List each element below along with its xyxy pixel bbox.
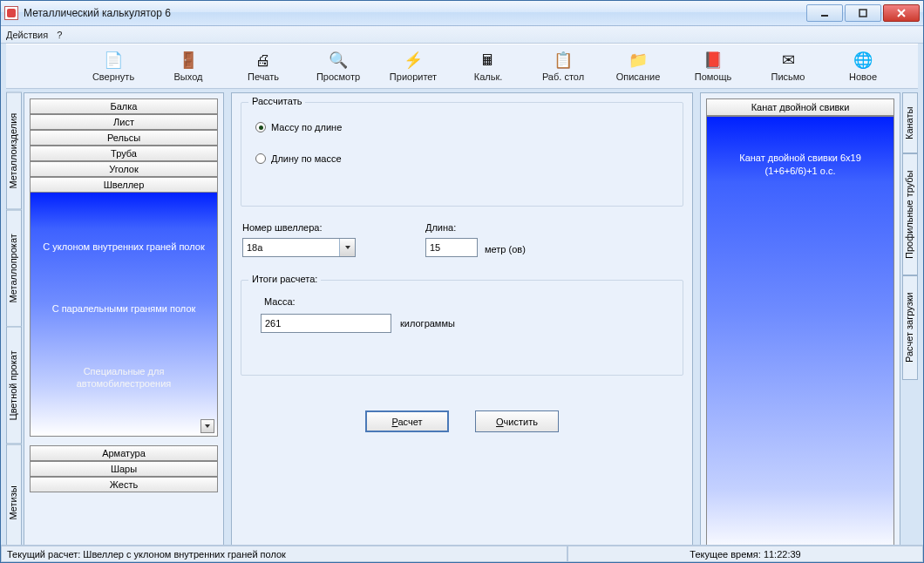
tool-label: Письмо xyxy=(771,71,805,82)
menu-actions[interactable]: Действия xyxy=(6,30,48,40)
category-zhest[interactable]: Жесть xyxy=(30,477,218,492)
window-buttons xyxy=(805,4,920,22)
length-input[interactable]: 15 xyxy=(425,238,478,257)
left-vertical-tabs: Металлоизделия Металлопрокат Цветной про… xyxy=(6,92,22,561)
tool-priority[interactable]: ⚡Приоритет xyxy=(376,45,451,87)
envelope-icon: ✉ xyxy=(778,51,798,70)
svg-rect-0 xyxy=(821,15,828,17)
close-icon xyxy=(896,8,907,18)
select-arrow xyxy=(339,239,355,256)
shveller-number-select[interactable]: 18а xyxy=(242,238,356,257)
status-current-calc: Текущий расчет: Швеллер с уклоном внутре… xyxy=(1,546,567,562)
vtab-ropes[interactable]: Канаты xyxy=(902,92,918,153)
close-button[interactable] xyxy=(883,4,920,22)
tool-label: Печать xyxy=(248,71,279,82)
category-relsy[interactable]: Рельсы xyxy=(30,130,218,146)
bolt-icon: ⚡ xyxy=(404,51,423,70)
tool-exit[interactable]: 🚪Выход xyxy=(151,45,226,87)
svg-rect-1 xyxy=(859,10,866,17)
tool-print[interactable]: 🖨Печать xyxy=(226,45,301,87)
clipboard-icon: 📋 xyxy=(554,51,573,70)
tool-desktop[interactable]: 📋Раб. стол xyxy=(526,45,601,87)
chevron-down-icon xyxy=(344,244,351,251)
shveller-variant-1[interactable]: С уклоном внутренних граней полок xyxy=(36,241,212,253)
mass-label: Масса: xyxy=(264,296,672,307)
tool-label: Приоритет xyxy=(390,71,437,82)
menubar: Действия ? xyxy=(1,26,923,44)
result-group: Итоги расчета: Масса: 261 килограммы xyxy=(241,280,683,376)
statusbar: Текущий расчет: Швеллер с уклоном внутре… xyxy=(1,545,923,562)
rope-header[interactable]: Канат двойной свивки xyxy=(706,98,894,116)
body: Металлоизделия Металлопрокат Цветной про… xyxy=(6,92,918,561)
vtab-load-calc[interactable]: Расчет загрузки xyxy=(902,275,918,380)
rope-line1: Канат двойной свивки 6х19 xyxy=(707,152,893,165)
vtab-metal-rolling[interactable]: Металлопрокат xyxy=(6,210,22,328)
tool-label: Раб. стол xyxy=(542,71,584,82)
folder-icon: 📁 xyxy=(628,51,648,70)
doc-icon: 📄 xyxy=(104,51,123,70)
radio-icon xyxy=(255,122,266,132)
radio-mass-by-length[interactable]: Массу по длине xyxy=(255,122,672,132)
shveller-variant-2[interactable]: С паралельными гранями полок xyxy=(36,302,212,315)
maximize-button[interactable] xyxy=(845,4,881,22)
radio-label: Массу по длине xyxy=(271,122,342,132)
number-field-wrap: Номер швеллера: 18а xyxy=(242,222,356,257)
tool-help[interactable]: 📕Помощь xyxy=(676,45,751,87)
category-armatura[interactable]: Арматура xyxy=(30,445,218,461)
radio-length-by-mass[interactable]: Длину по массе xyxy=(255,153,672,164)
rope-line2: (1+6+6/6)+1 о.с. xyxy=(707,165,893,178)
right-vertical-tabs: Канаты Профильные трубы Расчет загрузки xyxy=(902,92,918,561)
length-value: 15 xyxy=(430,242,440,253)
length-field-wrap: Длина: 15 метр (ов) xyxy=(425,222,526,257)
titlebar[interactable]: Металлический калькулятор 6 xyxy=(1,1,923,26)
magnifier-icon: 🔍 xyxy=(329,51,348,70)
mass-value: 261 xyxy=(265,318,281,329)
calculate-button[interactable]: Расчет xyxy=(365,410,449,432)
shveller-variants[interactable]: С уклоном внутренних граней полок С пара… xyxy=(30,193,218,437)
tool-description[interactable]: 📁Описание xyxy=(601,45,676,87)
category-list[interactable]: Лист xyxy=(30,114,218,130)
number-label: Номер швеллера: xyxy=(242,222,356,233)
tool-label: Свернуть xyxy=(92,71,134,82)
printer-icon: 🖨 xyxy=(254,51,273,70)
minimize-button[interactable] xyxy=(806,4,843,22)
tool-preview[interactable]: 🔍Просмотр xyxy=(301,45,376,87)
category-truba[interactable]: Труба xyxy=(30,146,218,161)
calc-mode-group: Рассчитать Массу по длине Длину по массе xyxy=(241,102,683,207)
minimize-icon xyxy=(819,8,830,18)
category-balka[interactable]: Балка xyxy=(30,98,218,114)
rope-body[interactable]: Канат двойной свивки 6х19 (1+6+6/6)+1 о.… xyxy=(706,116,894,555)
tool-new[interactable]: 🌐Новое xyxy=(825,45,900,87)
calc-mode-legend: Рассчитать xyxy=(248,96,305,106)
category-shary[interactable]: Шары xyxy=(30,461,218,477)
right-panel: Канат двойной свивки Канат двойной свивк… xyxy=(700,92,900,561)
tool-label: Кальк. xyxy=(474,71,503,82)
mass-output[interactable]: 261 xyxy=(261,314,391,333)
tool-letter[interactable]: ✉Письмо xyxy=(751,45,825,87)
action-buttons: Расчет Очистить xyxy=(232,410,692,432)
category-ugolok[interactable]: Уголок xyxy=(30,161,218,177)
shveller-dropdown-button[interactable] xyxy=(200,419,214,433)
book-icon: 📕 xyxy=(703,51,723,70)
vtab-profile-pipes[interactable]: Профильные трубы xyxy=(902,153,918,275)
vtab-metizy[interactable]: Метизы xyxy=(6,444,22,562)
center-panel: Рассчитать Массу по длине Длину по массе… xyxy=(231,92,693,561)
tool-minimize[interactable]: 📄Свернуть xyxy=(76,45,151,87)
tool-label: Новое xyxy=(849,71,877,82)
status-current-time: Текущее время: 11:22:39 xyxy=(567,546,923,562)
radio-icon xyxy=(255,153,266,164)
mass-unit: килограммы xyxy=(400,318,455,329)
chevron-down-icon xyxy=(204,423,211,430)
vtab-metal-products[interactable]: Металлоизделия xyxy=(6,92,22,210)
tool-calc[interactable]: 🖩Кальк. xyxy=(451,45,526,87)
shveller-variant-3[interactable]: Специальные для автомобилестроения xyxy=(36,365,212,390)
category-shveller[interactable]: Швеллер xyxy=(30,177,218,193)
radio-label: Длину по массе xyxy=(271,153,342,164)
result-legend: Итоги расчета: xyxy=(248,274,321,284)
vtab-color-rolling[interactable]: Цветной прокат xyxy=(6,327,22,444)
length-label: Длина: xyxy=(425,222,478,233)
menu-help[interactable]: ? xyxy=(57,30,62,40)
tool-label: Выход xyxy=(174,71,203,82)
door-icon: 🚪 xyxy=(179,51,198,70)
clear-button[interactable]: Очистить xyxy=(475,410,559,432)
